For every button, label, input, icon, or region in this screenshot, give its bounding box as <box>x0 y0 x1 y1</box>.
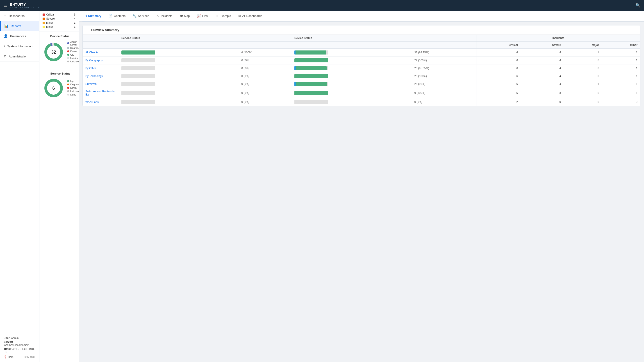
tab-example-icon: ⊞ <box>216 14 218 18</box>
top-nav: ☰ ENTUITY NETWORK ANALYTICS 🔍 <box>0 0 644 11</box>
row-name-link[interactable]: By Office <box>85 67 96 70</box>
device-bar <box>294 58 328 62</box>
incident-legend-item: Major 1 <box>42 21 76 24</box>
col-device-status: Device Status <box>292 35 476 42</box>
subview-table: Service Status Device Status Incidents <box>83 35 640 106</box>
reports-icon: 📊 <box>4 24 8 28</box>
service-legend-item: Up 6 <box>67 80 79 82</box>
tab-contents-icon: 📄 <box>108 14 112 18</box>
row-name-link[interactable]: By Technology <box>85 74 103 78</box>
incident-legend-item: Severe 4 <box>42 17 76 20</box>
col-severe: Severe <box>520 42 564 49</box>
device-bar <box>294 66 328 70</box>
row-name-link[interactable]: All Objects <box>85 51 98 54</box>
content-area: ℹ Summary📄 Contents🔧 Services⚠ Incidents… <box>79 11 644 362</box>
service-bar <box>122 100 155 104</box>
legend-dot <box>42 22 45 24</box>
tab-summary[interactable]: ℹ Summary <box>82 11 104 22</box>
dots-icon: ⋮⋮ <box>42 34 48 38</box>
col-device-bar <box>292 42 476 49</box>
col-service-status: Service Status <box>119 35 292 42</box>
tab-flow[interactable]: 📈 Flow <box>194 11 212 22</box>
col-empty <box>83 42 119 49</box>
row-name-link[interactable]: WAN Ports <box>85 100 99 104</box>
tab-all-dashboards-icon: ⊞ <box>238 14 241 18</box>
sidebar-item-system-information[interactable]: ℹ System Information <box>0 41 39 51</box>
service-legend-item: None 0 <box>67 93 79 96</box>
service-bar <box>122 74 155 78</box>
administration-icon: ⚙ <box>4 54 6 58</box>
table-row: SurePath 0 (0%) 25 (96%) 6 4 1 1 <box>83 80 640 88</box>
service-donut: 6 <box>44 78 64 98</box>
tab-flow-icon: 📈 <box>197 14 201 18</box>
service-bar <box>122 91 155 95</box>
col-name <box>83 35 119 42</box>
device-bar <box>294 50 328 54</box>
device-legend-item: Admin Down 1 <box>67 40 79 46</box>
subview-header: ⋮ Subview Summary <box>83 26 640 35</box>
legend-dot <box>42 14 45 16</box>
incident-legend-item: Critical 6 <box>42 13 76 16</box>
table-row: By Geography 0 (0%) 22 (100%) 6 4 0 <box>83 56 640 64</box>
device-bar <box>294 91 328 95</box>
user-panel: User: admin Server: localhost.localdomai… <box>0 334 39 362</box>
row-name-link[interactable]: Switches and Routers in Ea <box>85 90 114 96</box>
tab-map[interactable]: 🗺 Map <box>176 11 193 22</box>
help-link[interactable]: ❓ Help <box>4 356 14 358</box>
service-legend-item: Degraded 0 <box>67 83 79 86</box>
device-legend-item: Unknown 0 <box>67 60 79 63</box>
tabs-bar: ℹ Summary📄 Contents🔧 Services⚠ Incidents… <box>79 11 644 22</box>
tab-all-dashboards[interactable]: ⊞ All Dashboards <box>235 11 265 22</box>
col-critical: Critical <box>476 42 521 49</box>
service-bar <box>122 58 155 62</box>
incident-legend-item: Minor 1 <box>42 25 76 28</box>
service-status-section: ⋮⋮ Service Status 6 Up 6 Degraded 0 Down… <box>40 69 78 104</box>
dashboards-icon: ⊞ <box>4 14 6 18</box>
tab-services[interactable]: 🔧 Services <box>130 11 152 22</box>
device-total: 32 <box>51 50 56 55</box>
service-bar <box>122 50 155 54</box>
table-row: Switches and Routers in Ea 0 (0%) 9 (100… <box>83 88 640 98</box>
legend-dot <box>42 18 45 20</box>
help-circle-icon: ❓ <box>4 356 7 358</box>
row-name-link[interactable]: SurePath <box>85 82 97 86</box>
system-info-icon: ℹ <box>4 44 5 48</box>
device-legend-item: Uninitialised 1 <box>67 57 79 60</box>
col-minor: Minor <box>602 42 640 49</box>
row-name-link[interactable]: By Geography <box>85 59 103 62</box>
tab-incidents[interactable]: ⚠ Incidents <box>153 11 176 22</box>
search-icon[interactable]: 🔍 <box>636 3 640 8</box>
service-legend-item: Down 0 <box>67 86 79 89</box>
hamburger-icon[interactable]: ☰ <box>4 3 7 8</box>
device-status-title: ⋮⋮ Device Status <box>42 34 76 38</box>
sidebar: ⊞ Dashboards 📊 Reports 👤 Preferences ℹ S… <box>0 11 40 362</box>
service-total: 6 <box>52 86 55 91</box>
tab-example[interactable]: ⊞ Example <box>212 11 234 22</box>
device-bar <box>294 82 328 86</box>
tab-map-icon: 🗺 <box>180 14 183 18</box>
device-legend-item: Down 0 <box>67 50 79 53</box>
sidebar-item-administration[interactable]: ⚙ Administration <box>0 51 39 62</box>
logo: ENTUITY NETWORK ANALYTICS <box>10 2 40 8</box>
tab-contents[interactable]: 📄 Contents <box>106 11 128 22</box>
tab-services-icon: 🔧 <box>133 14 136 18</box>
table-row: By Technology 0 (0%) 28 (100%) 6 4 0 <box>83 72 640 80</box>
sidebar-item-dashboards[interactable]: ⊞ Dashboards <box>0 11 39 21</box>
subview-dots-icon: ⋮ <box>86 28 90 32</box>
service-status-title: ⋮⋮ Service Status <box>42 72 76 75</box>
subview-title: Subview Summary <box>91 28 120 32</box>
service-legend-item: Unknown 0 <box>67 90 79 92</box>
sign-out-button[interactable]: SIGN OUT <box>23 356 36 358</box>
left-panel: Critical 6 Severe 4 Major 1 Minor 1 ⋮⋮ D… <box>40 11 79 362</box>
table-row: All Objects 6 (100%) 32 (93.75%) 6 4 <box>83 49 640 56</box>
legend-dot <box>42 26 45 28</box>
table-row: By Office 0 (0%) 23 (95.65%) 6 4 0 <box>83 64 640 72</box>
service-bar <box>122 82 155 86</box>
device-status-section: ⋮⋮ Device Status 32 Admin Down 1 <box>40 32 78 69</box>
sidebar-item-reports[interactable]: 📊 Reports <box>0 21 39 31</box>
dots-icon2: ⋮⋮ <box>42 72 48 75</box>
service-bar <box>122 66 155 70</box>
col-incidents-header: Incidents <box>476 35 640 42</box>
sidebar-item-preferences[interactable]: 👤 Preferences <box>0 31 39 41</box>
device-legend-item: OK 30 <box>67 54 79 56</box>
